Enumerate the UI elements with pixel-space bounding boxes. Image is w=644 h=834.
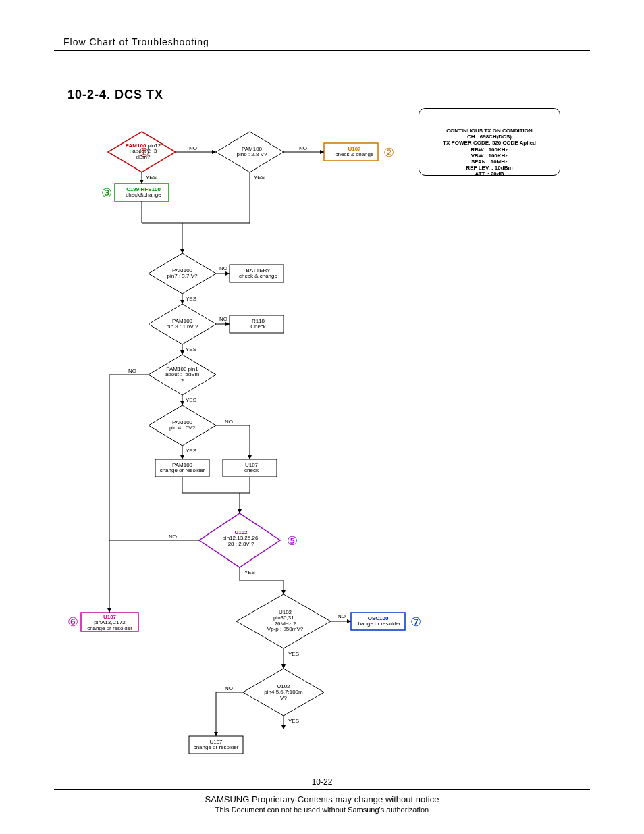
yes-7: YES: [244, 569, 255, 575]
marker-7: ⑦: [410, 615, 421, 629]
yes-6: YES: [186, 448, 196, 454]
marker-2: ②: [383, 145, 394, 160]
c199-label: C199,RFS100check&change: [118, 187, 169, 199]
d7-label: U102pin12,13,25,26,28 : 2.8V ?: [217, 530, 265, 547]
page: Flow Chart of Troubleshooting 10-2-4. DC…: [0, 0, 644, 834]
yes-4: YES: [186, 346, 196, 353]
battery-label: BATTERYcheck & change: [233, 268, 284, 280]
no-7: NO: [169, 533, 177, 540]
yes-8: YES: [288, 651, 299, 657]
section-title: 10-2-4. DCS TX: [68, 88, 163, 102]
pam100cr-label: PAM100change or resolder: [155, 463, 210, 474]
r118-label: R118Check: [233, 319, 284, 330]
page-header: Flow Chart of Troubleshooting: [63, 36, 209, 47]
marker-5: ⑤: [287, 533, 298, 548]
u107b-label: U107pinA13,C172change or resolder: [81, 615, 138, 631]
footer-text-2: This Document can not be used without Sa…: [54, 806, 590, 814]
osc100-label: OSC100change or resolder: [351, 616, 405, 627]
u107check-label: U107check: [226, 463, 277, 474]
no-4: NO: [219, 316, 227, 322]
page-number: 10-22: [54, 777, 590, 787]
marker-6: ⑥: [68, 615, 78, 629]
no-9: NO: [225, 685, 233, 692]
marker-3: ③: [101, 186, 112, 201]
u107d-label: U107change or resolder: [189, 739, 243, 751]
d8-label: U102pin30,31 :26MHz ?Vp-p : 950mV?: [260, 610, 311, 633]
yes-9: YES: [288, 718, 299, 724]
condition-box: CONTINUOUS TX ON CONDITION CH : 698CH(DC…: [419, 108, 560, 176]
d1-label: PAM100 pin12 : about 2~3dBm?: [123, 143, 163, 160]
u107a-label: U107check & change: [331, 147, 378, 158]
header-rule: [54, 50, 590, 51]
d9-label: U102pin4,5,6,7:100mV?: [260, 684, 307, 701]
yes-1: YES: [146, 174, 157, 180]
no-3: NO: [219, 265, 227, 271]
no-8: NO: [338, 613, 346, 619]
d6-label: PAM100pin 4 : 0V?: [162, 420, 203, 432]
no-6: NO: [225, 419, 233, 425]
d2-label: PAM100pin6 : 2.8 V?: [232, 147, 272, 158]
no-1: NO: [189, 145, 197, 151]
no-2: NO: [299, 145, 307, 151]
footer: 10-22 SAMSUNG Proprietary-Contents may c…: [54, 777, 590, 814]
flowchart-svg: [54, 108, 432, 770]
yes-5: YES: [186, 397, 196, 403]
d3-label: PAM100pin7 : 3.7 V?: [162, 268, 203, 280]
footer-text-1: SAMSUNG Proprietary-Contents may change …: [54, 794, 590, 804]
yes-3: YES: [186, 296, 196, 302]
no-5: NO: [128, 368, 136, 374]
d5-label: PAM100 pin1about : -5dBm?: [162, 367, 203, 384]
d4-label: PAM100pin 8 : 1.6V ?: [162, 319, 203, 330]
yes-2: YES: [254, 174, 265, 180]
condition-text: CONTINUOUS TX ON CONDITION CH : 698CH(DC…: [419, 128, 560, 178]
footer-rule: [54, 789, 590, 790]
